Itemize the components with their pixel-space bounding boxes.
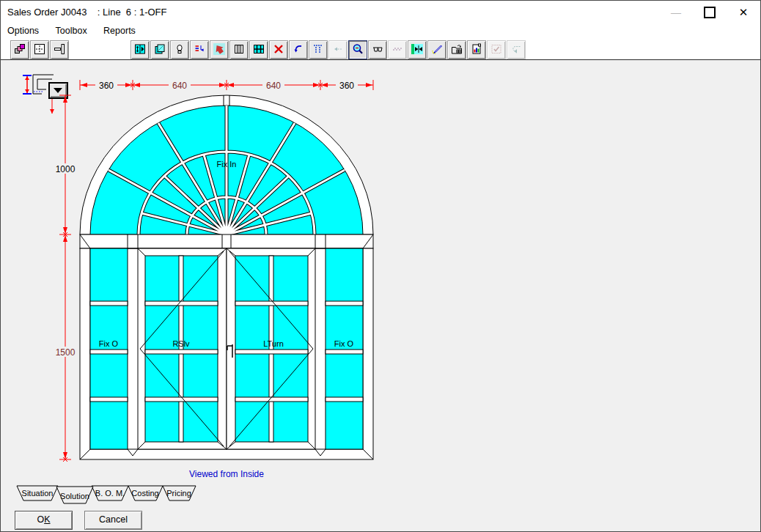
- chart-report-icon: [471, 43, 482, 55]
- sort-lines-icon: [194, 43, 205, 55]
- undo-button[interactable]: [289, 40, 308, 59]
- tab-solution-label[interactable]: Solution: [60, 492, 89, 500]
- view-caption: Viewed from Inside: [189, 469, 264, 479]
- dim-width-3[interactable]: 640: [266, 81, 281, 91]
- dimension-points-icon: [312, 43, 324, 55]
- title-bar: Sales Order J0043 : Line 6 : 1-OFF — ✕: [1, 1, 760, 23]
- ok-accesskey: K: [44, 514, 50, 525]
- curve-points-button: [388, 40, 407, 59]
- close-button[interactable]: ✕: [727, 1, 760, 23]
- cascade-windows-button[interactable]: [10, 40, 29, 59]
- validate-grid-icon: [490, 43, 502, 55]
- tab-pricing-label[interactable]: Pricing: [166, 489, 191, 498]
- dimension-top: 360 640 640 360: [80, 80, 373, 91]
- cancel-button[interactable]: Cancel: [84, 511, 142, 530]
- ok-button[interactable]: OK: [15, 511, 73, 530]
- georgian-bars-button[interactable]: [249, 40, 268, 59]
- menu-bar: Options Toolbox Reports: [1, 23, 760, 40]
- cascade-windows-icon: [14, 43, 26, 55]
- hardware-lock-icon: [174, 43, 185, 55]
- dim-width-1[interactable]: 360: [99, 81, 114, 91]
- curve-points-icon: [391, 43, 403, 55]
- sash-vent-icon: [134, 43, 146, 55]
- return-arrow-button: [507, 40, 526, 59]
- menu-reports[interactable]: Reports: [97, 23, 142, 38]
- tab-situation-label[interactable]: Situation: [22, 489, 54, 498]
- menu-options[interactable]: Options: [1, 23, 45, 38]
- dim-height-1[interactable]: 1000: [56, 164, 76, 174]
- glazing-panes-button[interactable]: [150, 40, 169, 59]
- export-folder-button[interactable]: [447, 40, 466, 59]
- left-door-panel[interactable]: RSlv: [138, 248, 227, 449]
- delete-icon: [273, 43, 284, 55]
- right-door-panel[interactable]: LTurn: [227, 248, 315, 449]
- wireframe-3d-icon: [372, 43, 383, 55]
- georgian-bars-icon: [253, 43, 265, 55]
- right-fixed-label: Fix O: [334, 339, 354, 348]
- minimize-button[interactable]: —: [659, 1, 693, 23]
- window-title: Sales Order J0043 : Line 6 : 1-OFF: [7, 7, 166, 18]
- close-icon: ✕: [739, 6, 749, 19]
- arch-panel-label: Fix In: [217, 160, 237, 169]
- hardware-lock-button[interactable]: [170, 40, 189, 59]
- vertical-bars-button[interactable]: [229, 40, 249, 59]
- return-arrow-icon: [510, 43, 522, 55]
- menu-toolbox[interactable]: Toolbox: [49, 23, 94, 38]
- step-back-button: [328, 40, 348, 59]
- texture-arrow-icon: [213, 43, 225, 55]
- grid-crosshair-icon: [34, 43, 45, 55]
- tab-costing-label[interactable]: Costing: [131, 489, 158, 498]
- transom-bar: [80, 234, 373, 248]
- left-fixed-panel[interactable]: Fix O: [90, 248, 128, 449]
- spray-pen-icon: [431, 43, 443, 55]
- left-door-label: RSlv: [172, 339, 190, 348]
- glazing-panes-icon: [154, 43, 166, 55]
- section-profile-button[interactable]: [50, 40, 69, 59]
- spray-pen-button[interactable]: [427, 40, 446, 59]
- undo-icon: [293, 43, 304, 55]
- tab-bom-label[interactable]: B. O. M.: [95, 489, 125, 498]
- toolbar: [1, 40, 760, 60]
- export-folder-icon: [451, 43, 463, 55]
- texture-arrow-button[interactable]: [210, 40, 229, 59]
- ok-label: O: [37, 514, 44, 525]
- chart-report-button[interactable]: [467, 40, 486, 59]
- align-arrows-icon: [411, 43, 423, 55]
- dim-height-2[interactable]: 1500: [56, 347, 76, 358]
- grid-crosshair-button[interactable]: [30, 40, 49, 59]
- drawing-canvas[interactable]: 360 640 640 360 1000 1500: [1, 61, 760, 486]
- step-back-icon: [332, 43, 344, 55]
- sash-vent-button[interactable]: [130, 40, 150, 59]
- wireframe-3d-button[interactable]: [368, 40, 387, 59]
- align-arrows-button[interactable]: [408, 40, 427, 59]
- maximize-button[interactable]: [693, 1, 727, 23]
- vertical-bars-icon: [233, 43, 245, 55]
- validate-grid-button: [487, 40, 506, 59]
- app-window: Sales Order J0043 : Line 6 : 1-OFF — ✕ O…: [0, 0, 761, 532]
- dim-width-2[interactable]: 640: [172, 81, 187, 91]
- maximize-icon: [704, 7, 716, 18]
- delete-button[interactable]: [269, 40, 288, 59]
- zoom-icon: [352, 43, 364, 55]
- right-fixed-panel[interactable]: Fix O: [326, 248, 363, 449]
- left-fixed-label: Fix O: [99, 339, 119, 348]
- right-door-label: LTurn: [263, 339, 284, 348]
- tab-bar: Situation Solution B. O. M. Costing Pric…: [11, 485, 224, 506]
- sort-lines-button[interactable]: [190, 40, 209, 59]
- window-elevation: Fix In Fix O: [80, 95, 373, 459]
- zoom-button[interactable]: [348, 40, 367, 59]
- dimension-left: 1000 1500: [51, 95, 79, 462]
- dim-width-4[interactable]: 360: [339, 81, 354, 91]
- section-profile-icon: [54, 43, 65, 55]
- dimension-points-button[interactable]: [309, 40, 328, 59]
- minimize-icon: —: [671, 7, 681, 18]
